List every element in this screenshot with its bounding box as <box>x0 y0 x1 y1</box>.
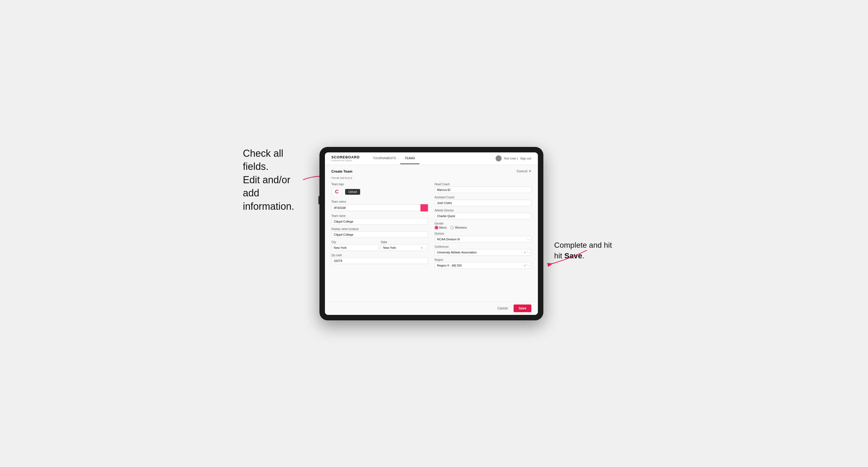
asst-coach-group: Assistant Coach <box>435 196 531 206</box>
conference-select[interactable]: University Athletic Association <box>435 249 531 256</box>
logo-upload-row: C Upload <box>332 187 428 197</box>
team-colour-group: Team colour <box>332 200 428 212</box>
annotation-line2: Edit and/or addinformation. <box>243 174 294 212</box>
division-select[interactable]: NCAA Division III <box>435 236 531 243</box>
main-content: Create Team Cancel ✕ TEAM DETAILS Team l… <box>325 165 538 302</box>
form-grid: Team logo C Upload Team colour <box>332 183 531 269</box>
region-select[interactable]: Region II - (M) DIII <box>435 262 531 269</box>
cancel-button[interactable]: Cancel <box>494 305 511 312</box>
head-coach-group: Head Coach <box>435 183 531 193</box>
ath-dir-label: Athletic Director <box>435 209 531 212</box>
nav-links: TOURNAMENTS TEAMS <box>368 153 495 164</box>
city-field-group: City <box>332 241 379 251</box>
tablet-screen: SCOREBOARD Powered by clipp'd TOURNAMENT… <box>325 152 538 315</box>
head-coach-input[interactable] <box>435 187 531 193</box>
nav-tournaments[interactable]: TOURNAMENTS <box>368 153 400 164</box>
city-input[interactable] <box>332 244 379 251</box>
zip-group: Zip code <box>332 254 428 264</box>
team-colour-label: Team colour <box>332 200 428 203</box>
sign-out-link[interactable]: Sign out <box>520 157 531 160</box>
nav-teams[interactable]: TEAMS <box>400 153 420 164</box>
team-logo-label: Team logo <box>332 183 428 186</box>
annotation-line1: Check all fields. <box>243 148 283 172</box>
team-name-group: Team name <box>332 214 428 225</box>
team-name-input[interactable] <box>332 218 428 225</box>
state-field-group: State New York ✕ ⌄ <box>381 241 428 251</box>
user-avatar <box>496 155 502 161</box>
city-state-group: City State New York ✕ <box>332 241 428 251</box>
region-group: Region Region II - (M) DIII ✕ ⌃⌄ <box>435 258 531 269</box>
division-group: Division NCAA Division III ⌃⌄ <box>435 232 531 243</box>
team-logo-section: Team logo C Upload <box>332 183 428 197</box>
brand-sub: Powered by clipp'd <box>332 159 360 162</box>
zip-input[interactable] <box>332 257 428 264</box>
gender-womens-option[interactable]: Womens <box>450 226 467 229</box>
color-input-row <box>332 204 428 212</box>
team-name-label: Team name <box>332 214 428 217</box>
nav-right: Test User | Sign out <box>496 155 531 161</box>
arrow-right <box>549 247 592 269</box>
brand-title: SCOREBOARD <box>332 155 360 159</box>
gender-group: Gender Mens Womens <box>435 222 531 229</box>
city-label: City <box>332 241 379 244</box>
form-footer: Cancel Save <box>325 302 538 315</box>
asst-coach-label: Assistant Coach <box>435 196 531 199</box>
division-select-wrapper: NCAA Division III ⌃⌄ <box>435 236 531 243</box>
gender-label: Gender <box>435 222 531 225</box>
conference-group: Conference University Athletic Associati… <box>435 245 531 256</box>
asst-coach-input[interactable] <box>435 199 531 206</box>
region-label: Region <box>435 258 531 261</box>
page-title-row: Create Team Cancel ✕ <box>332 169 531 174</box>
tablet-frame: SCOREBOARD Powered by clipp'd TOURNAMENT… <box>319 147 544 320</box>
display-name-group: Display name (unique) <box>332 227 428 238</box>
radio-mens-dot <box>435 226 438 229</box>
section-label: TEAM DETAILS <box>332 177 531 180</box>
upload-button[interactable]: Upload <box>345 189 361 195</box>
state-label: State <box>381 241 428 244</box>
gender-mens-option[interactable]: Mens <box>435 226 447 229</box>
user-name: Test User | <box>504 157 518 160</box>
division-label: Division <box>435 232 531 235</box>
page-title: Create Team <box>332 169 352 174</box>
save-button[interactable]: Save <box>514 305 531 312</box>
left-annotation: Check all fields. Edit and/or addinforma… <box>243 147 309 213</box>
conference-label: Conference <box>435 245 531 248</box>
head-coach-label: Head Coach <box>435 183 531 186</box>
conference-select-wrapper: University Athletic Association ✕ ⌃⌄ <box>435 249 531 256</box>
gender-row: Mens Womens <box>435 226 531 229</box>
right-annotation-area: Complete and hit hit Save. <box>554 147 625 261</box>
navbar: SCOREBOARD Powered by clipp'd TOURNAMENT… <box>325 152 538 165</box>
cancel-x-button[interactable]: Cancel ✕ <box>517 169 531 173</box>
brand: SCOREBOARD Powered by clipp'd <box>332 155 360 162</box>
team-colour-input[interactable] <box>332 205 421 211</box>
ath-dir-input[interactable] <box>435 213 531 219</box>
zip-label: Zip code <box>332 254 428 257</box>
radio-womens-dot <box>450 226 454 229</box>
form-left-col: Team logo C Upload Team colour <box>332 183 428 269</box>
state-select-wrapper: New York ✕ ⌄ <box>381 244 428 251</box>
gender-womens-label: Womens <box>455 226 467 229</box>
state-clear-icon[interactable]: ✕ <box>421 246 423 249</box>
ath-dir-group: Athletic Director <box>435 209 531 219</box>
color-swatch[interactable] <box>421 204 428 212</box>
logo-circle: C <box>332 187 342 197</box>
gender-mens-label: Mens <box>439 226 447 229</box>
display-name-input[interactable] <box>332 231 428 238</box>
form-right-col: Head Coach Assistant Coach Athletic Dire… <box>435 183 531 269</box>
region-clear-icon[interactable]: ✕ <box>524 264 526 267</box>
display-name-label: Display name (unique) <box>332 227 428 230</box>
region-select-wrapper: Region II - (M) DIII ✕ ⌃⌄ <box>435 262 531 269</box>
city-state-row: City State New York ✕ <box>332 241 428 251</box>
conference-clear-icon[interactable]: ✕ <box>524 251 526 254</box>
